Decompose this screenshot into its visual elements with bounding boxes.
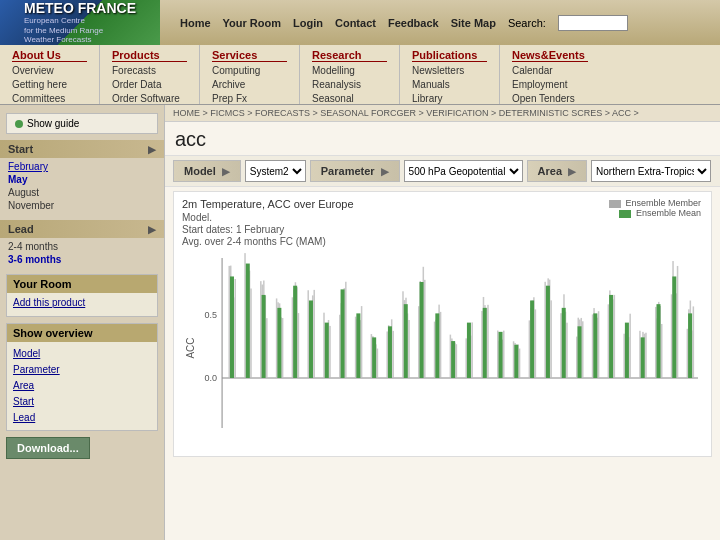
svg-rect-177 [677, 266, 679, 378]
sidebar-item-february[interactable]: February [8, 160, 156, 173]
nav-about-getting-here[interactable]: Getting here [12, 78, 87, 92]
search-input[interactable] [558, 15, 628, 31]
model-select[interactable]: System2 System3 System4 [245, 160, 306, 182]
svg-rect-87 [440, 312, 442, 378]
overview-parameter-link[interactable]: Parameter [13, 362, 151, 378]
download-button[interactable]: Download... [6, 437, 90, 459]
svg-rect-89 [450, 335, 452, 378]
svg-rect-148 [593, 313, 597, 378]
nav-products-order-software[interactable]: Order Software [112, 92, 187, 106]
nav-about-overview[interactable]: Overview [12, 64, 87, 78]
svg-rect-123 [535, 309, 537, 378]
sidebar-start-header[interactable]: Start ▶ [0, 140, 164, 158]
show-overview-header: Show overview [7, 324, 157, 342]
svg-rect-35 [307, 290, 309, 378]
nav-research-modelling[interactable]: Modelling [312, 64, 387, 78]
nav-services-archive[interactable]: Archive [212, 78, 287, 92]
nav-home[interactable]: Home [180, 17, 211, 29]
nav-about-heading: About Us [12, 49, 87, 62]
svg-rect-53 [355, 317, 357, 378]
nav-services-prep-fx[interactable]: Prep Fx [212, 92, 287, 106]
svg-rect-118 [514, 345, 518, 378]
sidebar-lead-header[interactable]: Lead ▶ [0, 220, 164, 238]
sidebar-item-2-4-months[interactable]: 2-4 months [8, 240, 156, 253]
svg-rect-172 [656, 304, 660, 378]
breadcrumb: HOME > FICMCS > FORECASTS > SEASONAL FOR… [165, 105, 720, 122]
svg-rect-47 [339, 315, 341, 378]
svg-rect-161 [639, 331, 641, 378]
svg-rect-11 [244, 253, 246, 378]
svg-rect-112 [499, 332, 503, 378]
svg-rect-83 [434, 322, 436, 378]
svg-rect-21 [266, 318, 268, 378]
area-select[interactable]: Northern Extra-Tropics Tropics Southern … [591, 160, 711, 182]
logo-main-text: METEO FRANCE [24, 0, 136, 16]
nav-news-calendar[interactable]: Calendar [512, 64, 588, 78]
sidebar-item-3-6-months[interactable]: 3-6 months [8, 253, 156, 266]
svg-rect-143 [592, 314, 594, 378]
overview-start-link[interactable]: Start [13, 394, 151, 410]
svg-rect-45 [329, 326, 331, 378]
parameter-select[interactable]: 500 hPa Geopotential 2m Temperature Prec… [404, 160, 523, 182]
svg-rect-81 [424, 280, 426, 378]
header: METEO FRANCE European Centrefor the Medi… [0, 0, 720, 45]
nav-pub-manuals[interactable]: Manuals [412, 78, 487, 92]
nav-login[interactable]: Login [293, 17, 323, 29]
search-area [558, 15, 638, 31]
sidebar-lead-arrow: ▶ [148, 224, 156, 235]
nav-news-open-tenders[interactable]: Open Tenders [512, 92, 588, 106]
svg-rect-101 [481, 311, 483, 378]
nav-services-computing[interactable]: Computing [212, 64, 287, 78]
svg-rect-58 [356, 313, 360, 378]
svg-rect-165 [645, 333, 647, 378]
nav-search-label: Search: [508, 17, 546, 29]
nav-services: Services Computing Archive Prep Fx [200, 45, 300, 104]
model-arrow-icon: ▶ [222, 166, 230, 177]
nav-news-employment[interactable]: Employment [512, 78, 588, 92]
show-guide-button[interactable]: Show guide [6, 113, 158, 134]
svg-rect-29 [292, 297, 294, 378]
svg-rect-34 [293, 286, 297, 378]
show-overview-box: Show overview Model Parameter Area Start… [6, 323, 158, 431]
nav-products-order-data[interactable]: Order Data [112, 78, 187, 92]
svg-rect-147 [598, 311, 600, 378]
svg-rect-64 [372, 337, 376, 378]
svg-rect-173 [671, 294, 673, 378]
parameter-label-text: Parameter [321, 165, 375, 177]
svg-rect-142 [578, 326, 582, 378]
svg-rect-75 [408, 320, 410, 378]
svg-rect-70 [388, 326, 392, 378]
main-container: Show guide Start ▶ February May August N… [0, 105, 720, 540]
nav-contact[interactable]: Contact [335, 17, 376, 29]
sidebar-item-may[interactable]: May [8, 173, 156, 186]
nav-pub-newsletters[interactable]: Newsletters [412, 64, 487, 78]
sidebar-start-label: Start [8, 143, 33, 155]
svg-rect-51 [345, 282, 347, 378]
sidebar-item-august[interactable]: August [8, 186, 156, 199]
overview-lead-link[interactable]: Lead [13, 410, 151, 426]
nav-research-reanalysis[interactable]: Reanalysis [312, 78, 387, 92]
sidebar-lead-items: 2-4 months 3-6 months [0, 238, 164, 268]
nav-news-heading: News&Events [512, 49, 588, 62]
nav-about-committees[interactable]: Committees [12, 92, 87, 106]
add-product-link[interactable]: Add this product [13, 297, 151, 308]
svg-rect-100 [467, 323, 471, 378]
svg-text:ACC: ACC [185, 337, 196, 358]
nav-site-map[interactable]: Site Map [451, 17, 496, 29]
sidebar-item-november[interactable]: November [8, 199, 156, 212]
nav-your-room[interactable]: Your Room [223, 17, 281, 29]
nav-pub-library[interactable]: Library [412, 92, 487, 106]
overview-model-link[interactable]: Model [13, 346, 151, 362]
your-room-content: Add this product [7, 293, 157, 316]
svg-rect-153 [614, 295, 616, 378]
svg-rect-17 [260, 281, 262, 378]
sidebar-lead-section: Lead ▶ 2-4 months 3-6 months [0, 220, 164, 268]
content-area: HOME > FICMCS > FORECASTS > SEASONAL FOR… [165, 105, 720, 540]
nav-research-seasonal[interactable]: Seasonal [312, 92, 387, 106]
chart-subtitle3: Avg. over 2-4 months FC (MAM) [182, 236, 703, 247]
nav-feedback[interactable]: Feedback [388, 17, 439, 29]
svg-rect-106 [483, 308, 487, 378]
overview-area-link[interactable]: Area [13, 378, 151, 394]
nav-products-forecasts[interactable]: Forecasts [112, 64, 187, 78]
svg-rect-141 [582, 321, 584, 378]
